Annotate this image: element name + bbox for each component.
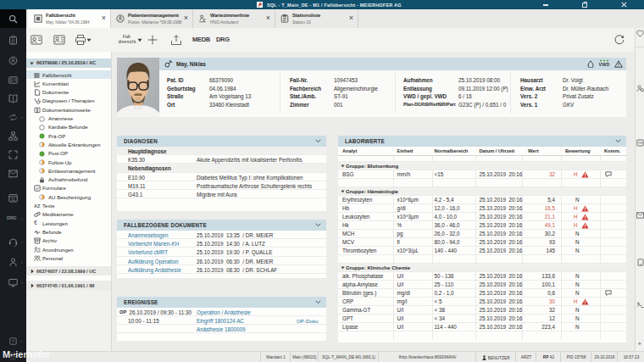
svg-text:31: 31: [11, 198, 16, 202]
svg-text:TH: TH: [638, 141, 642, 145]
svg-text:?: ?: [12, 339, 14, 344]
